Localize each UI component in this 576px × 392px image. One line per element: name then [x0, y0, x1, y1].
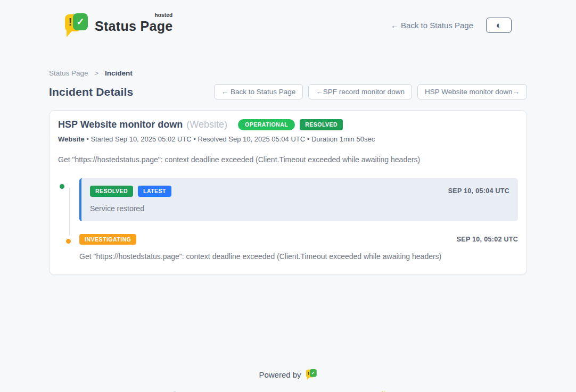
- brand-superscript: hosted: [154, 12, 172, 18]
- incident-timeline: RESOLVED LATEST SEP 10, 05:04 UTC Servic…: [58, 178, 518, 261]
- timeline-dot-resolved: [58, 182, 66, 190]
- incident-component: Website: [58, 135, 85, 143]
- timeline-dot-investigating: [64, 237, 72, 245]
- back-to-status-page-button[interactable]: ← Back to Status Page: [214, 84, 303, 99]
- brand-name: Status Page: [95, 19, 172, 34]
- half-circle-icon: ◐: [496, 21, 501, 30]
- timeline-entry-resolved: RESOLVED LATEST SEP 10, 05:04 UTC Servic…: [79, 178, 518, 221]
- incident-description: Get "https://hostedstatus.page": context…: [58, 155, 518, 164]
- timeline-latest-badge: LATEST: [138, 186, 171, 197]
- timeline-resolved-badge: RESOLVED: [90, 186, 133, 197]
- brand-wordmark: hosted Status Page: [95, 12, 172, 34]
- timeline-timestamp: SEP 10, 05:04 UTC: [448, 187, 509, 195]
- incident-scope: (Website): [186, 119, 227, 130]
- brand-logo-icon: ! ✓: [65, 12, 88, 38]
- main-content: Status Page > Incident Incident Details …: [49, 69, 527, 275]
- breadcrumb-status-page-link[interactable]: Status Page: [49, 69, 88, 77]
- header: ! ✓ hosted Status Page ← Back to Status …: [0, 0, 576, 40]
- prev-incident-button[interactable]: ←SPF record monitor down: [308, 84, 412, 99]
- footer-brand-logo-icon: ! ✓: [306, 369, 317, 380]
- operational-status-badge: OPERATIONAL: [238, 119, 295, 130]
- powered-by-link[interactable]: Powered by ! ✓: [259, 369, 317, 380]
- next-incident-button[interactable]: HSP Website monitor down→: [417, 84, 527, 99]
- powered-by-label: Powered by: [259, 370, 301, 379]
- incident-card: HSP Website monitor down (Website) OPERA…: [49, 110, 527, 275]
- timeline-investigating-badge: INVESTIGATING: [79, 234, 136, 245]
- breadcrumb: Status Page > Incident: [49, 69, 527, 77]
- timeline-timestamp: SEP 10, 05:02 UTC: [457, 236, 518, 243]
- incident-meta-details: • Started Sep 10, 2025 05:02 UTC • Resol…: [85, 135, 375, 143]
- timeline-message: Service restored: [90, 204, 509, 213]
- incident-title: HSP Website monitor down: [58, 119, 183, 130]
- breadcrumb-current-incident: Incident: [105, 69, 133, 77]
- header-back-to-status-page-link[interactable]: ← Back to Status Page: [391, 21, 473, 30]
- timeline-entry-investigating: INVESTIGATING SEP 10, 05:02 UTC Get "htt…: [79, 234, 518, 261]
- brand-logo[interactable]: ! ✓ hosted Status Page: [65, 12, 172, 38]
- timeline-connector-line: [69, 188, 70, 236]
- resolved-status-badge: RESOLVED: [300, 119, 343, 130]
- page-title: Incident Details: [49, 86, 133, 98]
- incident-nav-buttons: ← Back to Status Page ←SPF record monito…: [214, 84, 527, 99]
- logo-bubble-green: ✓: [73, 13, 88, 30]
- breadcrumb-separator: >: [94, 69, 98, 77]
- check-icon: ✓: [76, 16, 84, 28]
- incident-meta: Website • Started Sep 10, 2025 05:02 UTC…: [58, 135, 518, 143]
- timeline-message: Get "https://hostedstatus.page": context…: [79, 252, 518, 261]
- exclamation-icon: !: [67, 15, 73, 28]
- theme-toggle-button[interactable]: ◐: [486, 18, 512, 33]
- footer: Powered by ! ✓ © 2025-10-08 14:10:34.772…: [0, 369, 576, 392]
